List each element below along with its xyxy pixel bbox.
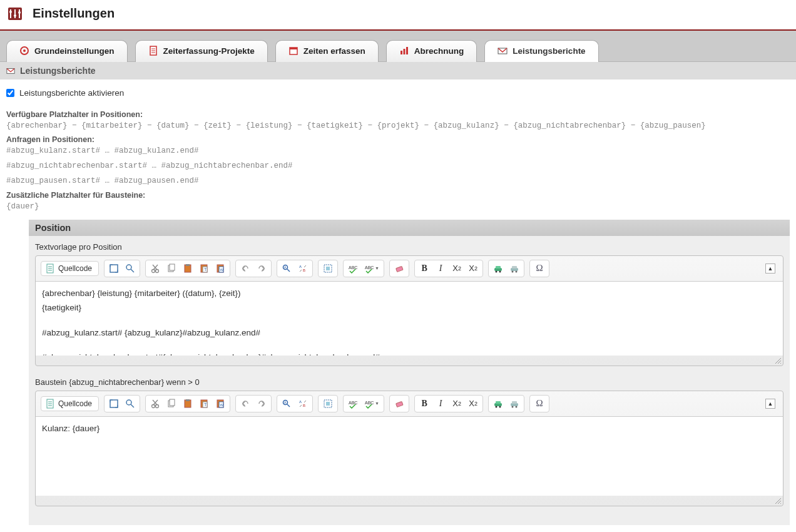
editor-toolbar: QuellcodeTWAABABCABC▼BIX2X2Ω▲ — [36, 256, 783, 282]
paste-icon[interactable] — [180, 397, 195, 411]
subscript-icon[interactable]: X2 — [449, 397, 464, 411]
source-button[interactable]: Quellcode — [41, 396, 99, 411]
svg-rect-50 — [396, 266, 403, 272]
copy-icon[interactable] — [164, 397, 179, 411]
select-all-icon[interactable] — [320, 262, 335, 275]
section-title: Leistungsberichte — [20, 66, 96, 76]
find-icon[interactable]: A — [279, 397, 294, 411]
bold-icon[interactable]: B — [417, 262, 432, 275]
svg-text:ABC: ABC — [365, 401, 374, 405]
svg-line-59 — [775, 358, 781, 364]
resize-grip[interactable] — [773, 356, 782, 364]
tab-leistungsberichte[interactable]: Leistungsberichte — [484, 40, 598, 62]
svg-line-30 — [153, 265, 158, 270]
maximize-icon[interactable] — [106, 397, 121, 411]
replace-icon[interactable]: AB — [295, 397, 310, 411]
spellcheck-dropdown-icon[interactable]: ABC▼ — [362, 397, 382, 411]
collapse-toolbar-icon[interactable]: ▲ — [765, 263, 775, 274]
plugin-green-icon[interactable] — [491, 397, 506, 411]
paste-icon[interactable] — [180, 262, 195, 275]
spellcheck-icon[interactable]: ABC — [345, 397, 360, 411]
svg-rect-32 — [170, 264, 175, 270]
svg-line-84 — [287, 404, 290, 407]
editor-line: #abzug_kulanz.start# {abzug_kulanz}#abzu… — [42, 326, 777, 340]
svg-rect-89 — [326, 402, 330, 406]
svg-line-61 — [780, 363, 781, 364]
tab-label: Grundeinstellungen — [34, 46, 115, 56]
plugin-green-icon[interactable] — [491, 262, 506, 275]
maximize-icon[interactable] — [106, 262, 121, 275]
editor-line: {taetigkeit} — [42, 301, 777, 315]
editor-content-area[interactable]: Kulanz: {dauer} — [36, 417, 783, 496]
tab-abrechnung[interactable]: Abrechnung — [386, 40, 477, 62]
svg-text:A: A — [299, 265, 302, 269]
tab-zeiten-erfassen[interactable]: Zeiten erfassen — [275, 40, 379, 62]
remove-format-icon[interactable] — [392, 262, 407, 275]
tab-zeiterfassung-projekte[interactable]: Zeiterfassung-Projekte — [135, 40, 268, 62]
plugin-gray-icon[interactable] — [507, 262, 522, 275]
paste-text-icon[interactable]: T — [196, 397, 212, 411]
editor-content-area[interactable]: {abrechenbar} {leistung} {mitarbeiter} (… — [36, 282, 783, 356]
paste-word-icon[interactable]: W — [213, 262, 228, 275]
cut-icon[interactable] — [148, 397, 163, 411]
italic-icon[interactable]: I — [433, 262, 448, 275]
redo-icon[interactable] — [254, 262, 269, 275]
svg-point-95 — [499, 406, 501, 407]
svg-point-52 — [496, 270, 498, 272]
svg-point-99 — [516, 406, 518, 407]
special-char-icon[interactable]: Ω — [532, 262, 547, 275]
find-icon[interactable]: A — [279, 262, 294, 275]
select-all-icon[interactable] — [320, 397, 335, 411]
svg-point-56 — [512, 270, 514, 272]
rich-text-editor-2: QuellcodeTWAABABCABC▼BIX2X2Ω▲ Kulanz: {d… — [35, 391, 783, 506]
plugin-gray-icon[interactable] — [507, 397, 522, 411]
spellcheck-dropdown-icon[interactable]: ABC▼ — [362, 262, 382, 275]
svg-rect-15 — [401, 51, 402, 54]
mail-icon — [498, 46, 508, 56]
undo-icon[interactable] — [238, 397, 253, 411]
tab-grundeinstellungen[interactable]: Grundeinstellungen — [6, 40, 128, 62]
editor-label-2: Baustein {abzug_nichtabrechenbar} wenn >… — [35, 376, 783, 391]
svg-rect-17 — [406, 47, 408, 54]
svg-text:ABC: ABC — [349, 265, 357, 270]
paste-word-icon[interactable]: W — [213, 397, 228, 411]
svg-text:T: T — [204, 402, 207, 407]
redo-icon[interactable] — [254, 397, 269, 411]
svg-rect-34 — [186, 264, 190, 266]
bold-icon[interactable]: B — [417, 397, 432, 411]
show-blocks-icon[interactable] — [123, 262, 138, 275]
activate-checkbox[interactable] — [6, 89, 14, 97]
section-header: Leistungsberichte — [0, 62, 796, 79]
svg-point-28 — [156, 269, 159, 272]
copy-icon[interactable] — [164, 262, 179, 275]
undo-icon[interactable] — [238, 262, 253, 275]
editor-line: #abzug_nichtabrechenbar.start#{abzug_nic… — [42, 350, 777, 355]
svg-line-101 — [775, 498, 781, 504]
svg-rect-100 — [512, 401, 517, 404]
svg-line-42 — [287, 269, 290, 272]
svg-text:ABC: ABC — [365, 265, 374, 270]
special-char-icon[interactable]: Ω — [532, 397, 547, 411]
paste-text-icon[interactable]: T — [196, 262, 212, 275]
activate-label: Leistungsberichte aktivieren — [19, 88, 124, 98]
queries-line-2: #abzug_pausen.start# … #abzug_pausen.end… — [6, 175, 790, 187]
show-blocks-icon[interactable] — [123, 397, 138, 411]
svg-text:ABC: ABC — [349, 401, 357, 405]
collapse-toolbar-icon[interactable]: ▲ — [765, 399, 775, 409]
editor-label-1: Textvorlage pro Position — [35, 241, 783, 255]
svg-point-6 — [18, 11, 21, 14]
subscript-icon[interactable]: X2 — [449, 262, 464, 275]
remove-format-icon[interactable] — [392, 397, 407, 411]
resize-grip[interactable] — [773, 496, 782, 504]
spellcheck-icon[interactable]: ABC — [345, 262, 360, 275]
editor-panel: Textvorlage pro Position QuellcodeTWAABA… — [29, 236, 790, 525]
gear-icon — [19, 46, 29, 56]
italic-icon[interactable]: I — [433, 397, 448, 411]
replace-icon[interactable]: AB — [295, 262, 310, 275]
svg-line-68 — [131, 404, 134, 407]
cut-icon[interactable] — [148, 262, 163, 275]
calendar-icon — [288, 46, 298, 56]
superscript-icon[interactable]: X2 — [466, 397, 481, 411]
source-button[interactable]: Quellcode — [41, 261, 99, 276]
superscript-icon[interactable]: X2 — [466, 262, 481, 275]
